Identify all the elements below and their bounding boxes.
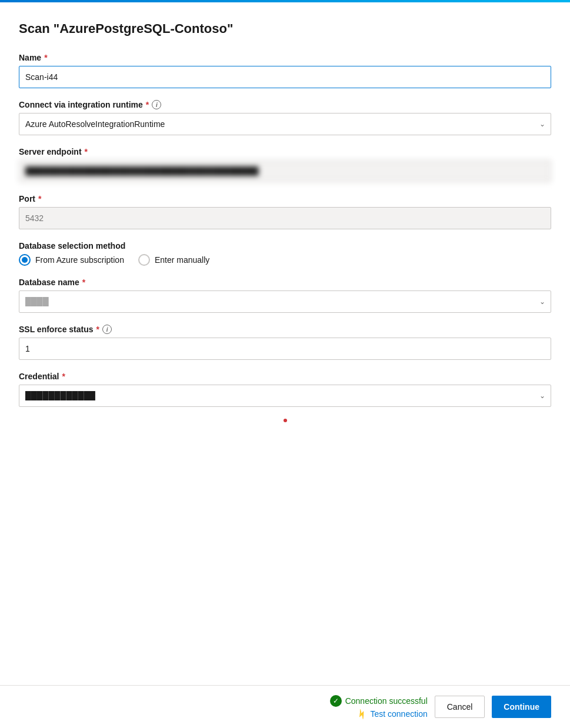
port-input[interactable] [19, 207, 551, 229]
name-field-group: Name * [19, 53, 551, 88]
integration-runtime-label: Connect via integration runtime * i [19, 100, 551, 109]
integration-runtime-info-icon[interactable]: i [152, 100, 161, 109]
credential-select-wrapper: ████████████ ⌄ [19, 385, 551, 407]
database-name-select[interactable]: ████ [19, 290, 551, 313]
continue-button[interactable]: Continue [492, 696, 551, 718]
port-required-star: * [38, 194, 41, 203]
integration-runtime-field-group: Connect via integration runtime * i Azur… [19, 100, 551, 135]
red-dot [284, 419, 287, 422]
connection-success-status: ✓ Connection successful [330, 695, 428, 707]
ssl-enforce-status-required-star: * [96, 325, 99, 334]
footer-right: ✓ Connection successful ⚡ Test connectio… [330, 695, 551, 719]
name-input[interactable] [19, 66, 551, 88]
server-endpoint-required-star: * [85, 147, 88, 156]
database-name-field-group: Database name * ████ ⌄ [19, 278, 551, 313]
radio-circle-enter-manually [138, 254, 150, 266]
database-name-select-wrapper: ████ ⌄ [19, 290, 551, 313]
name-required-star: * [44, 53, 47, 62]
footer: ✓ Connection successful ⚡ Test connectio… [0, 685, 570, 728]
radio-label-from-azure: From Azure subscription [35, 255, 124, 265]
success-checkmark-icon: ✓ [330, 695, 342, 707]
ssl-enforce-status-input[interactable] [19, 338, 551, 360]
credential-select[interactable]: ████████████ [19, 385, 551, 407]
cancel-button[interactable]: Cancel [435, 696, 485, 718]
page-title: Scan "AzurePostgreSQL-Contoso" [19, 21, 551, 36]
database-name-label: Database name * [19, 278, 551, 287]
credential-label: Credential * [19, 372, 551, 381]
database-name-required-star: * [82, 278, 85, 287]
footer-status-group: ✓ Connection successful ⚡ Test connectio… [330, 695, 428, 719]
credential-required-star: * [62, 372, 65, 381]
radio-label-enter-manually: Enter manually [155, 255, 209, 265]
port-label: Port * [19, 194, 551, 203]
test-connection-label: Test connection [370, 709, 427, 719]
radio-option-from-azure[interactable]: From Azure subscription [19, 254, 124, 266]
port-field-group: Port * [19, 194, 551, 229]
database-selection-method-radio-group: From Azure subscription Enter manually [19, 254, 551, 266]
ssl-enforce-status-label: SSL enforce status * i [19, 325, 551, 334]
main-content: Scan "AzurePostgreSQL-Contoso" Name * Co… [0, 2, 570, 685]
server-endpoint-label: Server endpoint * [19, 147, 551, 156]
radio-circle-from-azure [19, 254, 31, 266]
ssl-enforce-status-info-icon[interactable]: i [102, 325, 112, 334]
dot-indicator [19, 419, 551, 422]
ssl-enforce-status-field-group: SSL enforce status * i [19, 325, 551, 360]
integration-runtime-select[interactable]: Azure AutoResolveIntegrationRuntime [19, 113, 551, 135]
connection-success-label: Connection successful [345, 696, 428, 706]
name-label: Name * [19, 53, 551, 62]
integration-runtime-select-wrapper: Azure AutoResolveIntegrationRuntime ⌄ [19, 113, 551, 135]
server-endpoint-input[interactable] [19, 160, 551, 182]
test-connection-link[interactable]: ⚡ Test connection [356, 709, 427, 719]
test-connection-icon: ⚡ [355, 707, 368, 720]
server-endpoint-field-group: Server endpoint * [19, 147, 551, 182]
database-selection-method-label: Database selection method [19, 241, 551, 251]
integration-runtime-required-star: * [146, 100, 149, 109]
credential-field-group: Credential * ████████████ ⌄ [19, 372, 551, 407]
radio-option-enter-manually[interactable]: Enter manually [138, 254, 209, 266]
database-selection-method-field-group: Database selection method From Azure sub… [19, 241, 551, 266]
